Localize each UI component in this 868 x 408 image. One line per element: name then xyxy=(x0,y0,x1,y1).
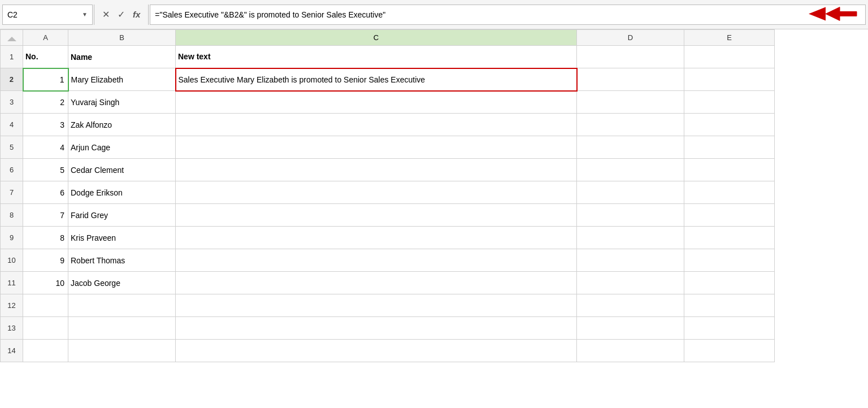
col-header-B[interactable]: B xyxy=(68,30,176,46)
cell-C12[interactable] xyxy=(176,294,577,317)
cell-E7[interactable] xyxy=(684,181,775,204)
row-header-1[interactable]: 1 xyxy=(1,46,23,68)
cell-D1[interactable] xyxy=(577,46,684,68)
cell-B13[interactable] xyxy=(68,317,176,340)
cell-A8[interactable]: 7 xyxy=(23,204,68,227)
cell-A9[interactable]: 8 xyxy=(23,227,68,249)
cell-C1[interactable]: New text xyxy=(176,46,577,68)
cell-A4[interactable]: 3 xyxy=(23,114,68,136)
cell-E9[interactable] xyxy=(684,227,775,249)
cell-E6[interactable] xyxy=(684,159,775,181)
cell-A7[interactable]: 6 xyxy=(23,181,68,204)
cell-B11[interactable]: Jacob George xyxy=(68,272,176,294)
cell-D10[interactable] xyxy=(577,249,684,272)
cell-E12[interactable] xyxy=(684,294,775,317)
row-header-7[interactable]: 7 xyxy=(1,181,23,204)
cell-E14[interactable] xyxy=(684,340,775,362)
row-header-5[interactable]: 5 xyxy=(1,136,23,159)
select-all-icon[interactable] xyxy=(7,32,16,41)
row-header-4[interactable]: 4 xyxy=(1,114,23,136)
cell-E8[interactable] xyxy=(684,204,775,227)
cell-D7[interactable] xyxy=(577,181,684,204)
cell-A5[interactable]: 4 xyxy=(23,136,68,159)
col-header-D[interactable]: D xyxy=(577,30,684,46)
cell-B1[interactable]: Name xyxy=(68,46,176,68)
row-header-10[interactable]: 10 xyxy=(1,249,23,272)
cell-B6[interactable]: Cedar Clement xyxy=(68,159,176,181)
cell-B4[interactable]: Zak Alfonzo xyxy=(68,114,176,136)
cell-A12[interactable] xyxy=(23,294,68,317)
cell-D5[interactable] xyxy=(577,136,684,159)
cell-A2[interactable]: 1 xyxy=(23,68,68,91)
table-row: 1110Jacob George xyxy=(1,272,775,294)
cell-C3[interactable] xyxy=(176,91,577,114)
cell-E13[interactable] xyxy=(684,317,775,340)
cell-C11[interactable] xyxy=(176,272,577,294)
cell-A14[interactable] xyxy=(23,340,68,362)
formula-content: ="Sales Executive "&B2&" is promoted to … xyxy=(155,10,385,19)
table-row: 1No.NameNew text xyxy=(1,46,775,68)
cell-B2[interactable]: Mary Elizabeth xyxy=(68,68,176,91)
cell-D14[interactable] xyxy=(577,340,684,362)
cell-A11[interactable]: 10 xyxy=(23,272,68,294)
cell-E10[interactable] xyxy=(684,249,775,272)
cell-D11[interactable] xyxy=(577,272,684,294)
row-header-11[interactable]: 11 xyxy=(1,272,23,294)
cell-C9[interactable] xyxy=(176,227,577,249)
row-header-6[interactable]: 6 xyxy=(1,159,23,181)
cell-E2[interactable] xyxy=(684,68,775,91)
cell-D12[interactable] xyxy=(577,294,684,317)
cell-C13[interactable] xyxy=(176,317,577,340)
cell-B3[interactable]: Yuvaraj Singh xyxy=(68,91,176,114)
cell-C7[interactable] xyxy=(176,181,577,204)
cell-B5[interactable]: Arjun Cage xyxy=(68,136,176,159)
cell-B12[interactable] xyxy=(68,294,176,317)
cell-D9[interactable] xyxy=(577,227,684,249)
cell-D2[interactable] xyxy=(577,68,684,91)
cell-C10[interactable] xyxy=(176,249,577,272)
row-header-8[interactable]: 8 xyxy=(1,204,23,227)
cell-B14[interactable] xyxy=(68,340,176,362)
cell-E11[interactable] xyxy=(684,272,775,294)
cell-reference-box[interactable]: C2 ▼ xyxy=(2,5,93,25)
cell-C5[interactable] xyxy=(176,136,577,159)
row-header-3[interactable]: 3 xyxy=(1,91,23,114)
col-header-A[interactable]: A xyxy=(23,30,68,46)
cell-A6[interactable]: 5 xyxy=(23,159,68,181)
cell-D4[interactable] xyxy=(577,114,684,136)
cell-C2[interactable]: Sales Executive Mary Elizabeth is promot… xyxy=(176,68,577,91)
cell-B10[interactable]: Robert Thomas xyxy=(68,249,176,272)
col-header-C[interactable]: C xyxy=(176,30,577,46)
cell-ref-dropdown-icon[interactable]: ▼ xyxy=(82,11,88,18)
formula-input-area[interactable]: ="Sales Executive "&B2&" is promoted to … xyxy=(150,5,866,25)
row-header-12[interactable]: 12 xyxy=(1,294,23,317)
cell-D3[interactable] xyxy=(577,91,684,114)
row-header-9[interactable]: 9 xyxy=(1,227,23,249)
cell-D13[interactable] xyxy=(577,317,684,340)
cell-B8[interactable]: Farid Grey xyxy=(68,204,176,227)
row-header-14[interactable]: 14 xyxy=(1,340,23,362)
col-header-E[interactable]: E xyxy=(684,30,775,46)
cell-A10[interactable]: 9 xyxy=(23,249,68,272)
cell-E1[interactable] xyxy=(684,46,775,68)
row-header-13[interactable]: 13 xyxy=(1,317,23,340)
cell-D8[interactable] xyxy=(577,204,684,227)
cell-C14[interactable] xyxy=(176,340,577,362)
cell-A3[interactable]: 2 xyxy=(23,91,68,114)
cell-E5[interactable] xyxy=(684,136,775,159)
cell-A13[interactable] xyxy=(23,317,68,340)
cell-A1[interactable]: No. xyxy=(23,46,68,68)
cell-C6[interactable] xyxy=(176,159,577,181)
cancel-formula-icon[interactable]: ✕ xyxy=(100,8,112,21)
insert-function-icon[interactable]: fx xyxy=(131,8,142,20)
cell-E3[interactable] xyxy=(684,91,775,114)
cell-E4[interactable] xyxy=(684,114,775,136)
cell-C4[interactable] xyxy=(176,114,577,136)
cell-D6[interactable] xyxy=(577,159,684,181)
row-header-2[interactable]: 2 xyxy=(1,68,23,91)
confirm-formula-icon[interactable]: ✓ xyxy=(115,8,127,21)
table-row: 32Yuvaraj Singh xyxy=(1,91,775,114)
cell-C8[interactable] xyxy=(176,204,577,227)
cell-B7[interactable]: Dodge Erikson xyxy=(68,181,176,204)
cell-B9[interactable]: Kris Praveen xyxy=(68,227,176,249)
